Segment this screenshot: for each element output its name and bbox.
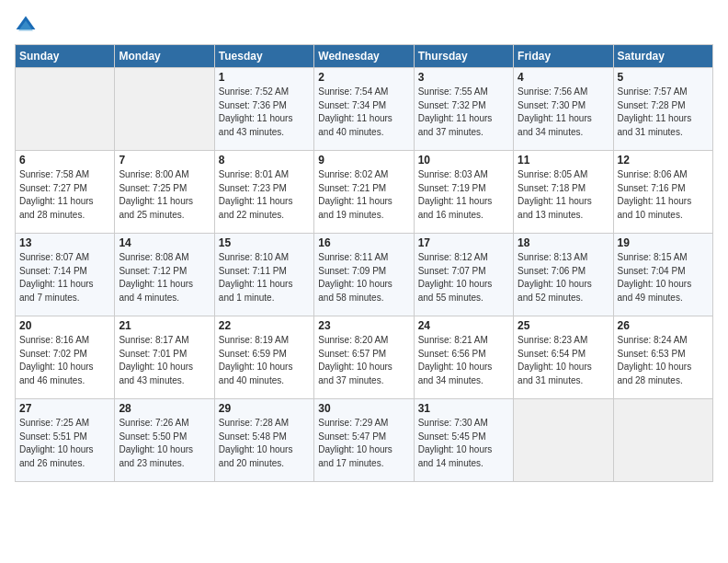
sunset-label: Sunset: 7:23 PM (219, 183, 287, 193)
sunrise-label: Sunrise: 7:54 AM (318, 86, 388, 97)
daylight-label: Daylight: 10 hours and 23 minutes. (119, 444, 193, 468)
calendar-cell: 8 Sunrise: 8:01 AM Sunset: 7:23 PM Dayli… (214, 151, 313, 234)
day-number: 13 (19, 236, 110, 249)
calendar-cell: 26 Sunrise: 8:24 AM Sunset: 6:53 PM Dayl… (613, 316, 712, 399)
daylight-label: Daylight: 10 hours and 40 minutes. (219, 362, 293, 385)
day-number: 24 (418, 319, 509, 332)
day-number: 16 (318, 236, 409, 249)
sunrise-label: Sunrise: 8:12 AM (418, 252, 488, 262)
calendar-cell: 6 Sunrise: 7:58 AM Sunset: 7:27 PM Dayli… (16, 151, 115, 234)
sunrise-label: Sunrise: 8:11 AM (318, 252, 388, 262)
calendar-week-row: 1 Sunrise: 7:52 AM Sunset: 7:36 PM Dayli… (16, 68, 713, 151)
cell-content: Sunrise: 7:28 AM Sunset: 5:48 PM Dayligh… (219, 417, 310, 470)
day-number: 20 (19, 319, 110, 332)
cell-content: Sunrise: 8:06 AM Sunset: 7:16 PM Dayligh… (618, 168, 709, 222)
daylight-label: Daylight: 11 hours and 13 minutes. (518, 196, 592, 220)
calendar-cell: 28 Sunrise: 7:26 AM Sunset: 5:50 PM Dayl… (115, 399, 214, 482)
cell-content: Sunrise: 7:56 AM Sunset: 7:30 PM Dayligh… (518, 86, 609, 139)
sunset-label: Sunset: 6:59 PM (219, 349, 287, 359)
cell-content: Sunrise: 7:26 AM Sunset: 5:50 PM Dayligh… (119, 417, 210, 470)
calendar-cell (613, 399, 712, 482)
calendar-cell: 30 Sunrise: 7:29 AM Sunset: 5:47 PM Dayl… (314, 399, 414, 482)
daylight-label: Daylight: 11 hours and 10 minutes. (618, 196, 692, 220)
sunrise-label: Sunrise: 8:07 AM (19, 252, 89, 262)
sunset-label: Sunset: 7:19 PM (418, 183, 486, 193)
daylight-label: Daylight: 10 hours and 52 minutes. (518, 279, 592, 303)
calendar-cell: 31 Sunrise: 7:30 AM Sunset: 5:45 PM Dayl… (414, 399, 513, 482)
cell-content: Sunrise: 8:03 AM Sunset: 7:19 PM Dayligh… (418, 168, 509, 222)
day-number: 2 (318, 71, 409, 84)
sunrise-label: Sunrise: 8:20 AM (318, 335, 388, 345)
calendar-cell: 1 Sunrise: 7:52 AM Sunset: 7:36 PM Dayli… (214, 68, 313, 151)
cell-content: Sunrise: 8:20 AM Sunset: 6:57 PM Dayligh… (318, 334, 409, 387)
calendar-cell (16, 68, 115, 151)
daylight-label: Daylight: 10 hours and 26 minutes. (19, 444, 94, 468)
day-number: 4 (518, 71, 609, 84)
calendar-cell: 25 Sunrise: 8:23 AM Sunset: 6:54 PM Dayl… (514, 316, 613, 399)
cell-content: Sunrise: 7:58 AM Sunset: 7:27 PM Dayligh… (19, 168, 110, 222)
daylight-label: Daylight: 10 hours and 17 minutes. (318, 444, 392, 468)
daylight-label: Daylight: 11 hours and 1 minute. (219, 279, 293, 303)
day-number: 3 (418, 71, 509, 84)
cell-content: Sunrise: 8:13 AM Sunset: 7:06 PM Dayligh… (518, 251, 609, 304)
calendar-cell: 12 Sunrise: 8:06 AM Sunset: 7:16 PM Dayl… (613, 151, 712, 234)
calendar-week-row: 6 Sunrise: 7:58 AM Sunset: 7:27 PM Dayli… (16, 151, 713, 234)
sunset-label: Sunset: 7:18 PM (518, 183, 586, 193)
sunset-label: Sunset: 7:27 PM (19, 183, 87, 193)
daylight-label: Daylight: 11 hours and 7 minutes. (19, 279, 94, 303)
day-number: 17 (418, 236, 509, 249)
daylight-label: Daylight: 11 hours and 16 minutes. (418, 196, 493, 220)
daylight-label: Daylight: 11 hours and 4 minutes. (119, 279, 193, 303)
sunset-label: Sunset: 6:56 PM (418, 349, 486, 359)
weekday-header: Friday (514, 45, 613, 68)
cell-content: Sunrise: 7:54 AM Sunset: 7:34 PM Dayligh… (318, 86, 409, 139)
sunset-label: Sunset: 7:12 PM (119, 266, 187, 276)
calendar-cell: 14 Sunrise: 8:08 AM Sunset: 7:12 PM Dayl… (115, 234, 214, 316)
calendar-cell: 7 Sunrise: 8:00 AM Sunset: 7:25 PM Dayli… (115, 151, 214, 234)
sunrise-label: Sunrise: 8:03 AM (418, 169, 488, 179)
calendar-cell: 16 Sunrise: 8:11 AM Sunset: 7:09 PM Dayl… (314, 234, 414, 316)
cell-content: Sunrise: 8:16 AM Sunset: 7:02 PM Dayligh… (19, 334, 110, 387)
sunset-label: Sunset: 7:34 PM (318, 100, 386, 110)
weekday-header: Sunday (16, 45, 115, 68)
sunrise-label: Sunrise: 7:52 AM (219, 86, 289, 97)
sunset-label: Sunset: 6:54 PM (518, 349, 586, 359)
cell-content: Sunrise: 8:02 AM Sunset: 7:21 PM Dayligh… (318, 168, 409, 222)
day-number: 28 (119, 402, 210, 415)
weekday-header-row: SundayMondayTuesdayWednesdayThursdayFrid… (16, 45, 713, 68)
sunset-label: Sunset: 7:28 PM (618, 100, 686, 110)
daylight-label: Daylight: 10 hours and 28 minutes. (618, 362, 692, 385)
calendar-cell (514, 399, 613, 482)
sunset-label: Sunset: 6:53 PM (618, 349, 686, 359)
calendar-cell: 13 Sunrise: 8:07 AM Sunset: 7:14 PM Dayl… (16, 234, 115, 316)
calendar-cell: 10 Sunrise: 8:03 AM Sunset: 7:19 PM Dayl… (414, 151, 513, 234)
sunrise-label: Sunrise: 8:08 AM (119, 252, 188, 262)
day-number: 5 (618, 71, 709, 84)
sunrise-label: Sunrise: 8:24 AM (618, 335, 688, 345)
sunrise-label: Sunrise: 8:00 AM (119, 169, 188, 179)
sunrise-label: Sunrise: 8:06 AM (618, 169, 688, 179)
cell-content: Sunrise: 8:08 AM Sunset: 7:12 PM Dayligh… (119, 251, 210, 304)
daylight-label: Daylight: 11 hours and 37 minutes. (418, 113, 493, 137)
sunrise-label: Sunrise: 7:56 AM (518, 86, 587, 97)
calendar-week-row: 20 Sunrise: 8:16 AM Sunset: 7:02 PM Dayl… (16, 316, 713, 399)
day-number: 11 (518, 154, 609, 167)
sunset-label: Sunset: 7:01 PM (119, 349, 187, 359)
cell-content: Sunrise: 7:25 AM Sunset: 5:51 PM Dayligh… (19, 417, 110, 470)
sunset-label: Sunset: 7:32 PM (418, 100, 486, 110)
daylight-label: Daylight: 10 hours and 31 minutes. (518, 362, 592, 385)
sunrise-label: Sunrise: 8:05 AM (518, 169, 587, 179)
sunset-label: Sunset: 5:48 PM (219, 431, 287, 442)
sunrise-label: Sunrise: 8:16 AM (19, 335, 89, 345)
sunrise-label: Sunrise: 8:02 AM (318, 169, 388, 179)
cell-content: Sunrise: 8:15 AM Sunset: 7:04 PM Dayligh… (618, 251, 709, 304)
cell-content: Sunrise: 7:29 AM Sunset: 5:47 PM Dayligh… (318, 417, 409, 470)
cell-content: Sunrise: 8:17 AM Sunset: 7:01 PM Dayligh… (119, 334, 210, 387)
sunrise-label: Sunrise: 7:29 AM (318, 418, 388, 428)
sunrise-label: Sunrise: 8:13 AM (518, 252, 587, 262)
weekday-header: Wednesday (314, 45, 414, 68)
day-number: 15 (219, 236, 310, 249)
sunset-label: Sunset: 5:50 PM (119, 431, 187, 442)
weekday-header: Saturday (613, 45, 712, 68)
daylight-label: Daylight: 11 hours and 22 minutes. (219, 196, 293, 220)
